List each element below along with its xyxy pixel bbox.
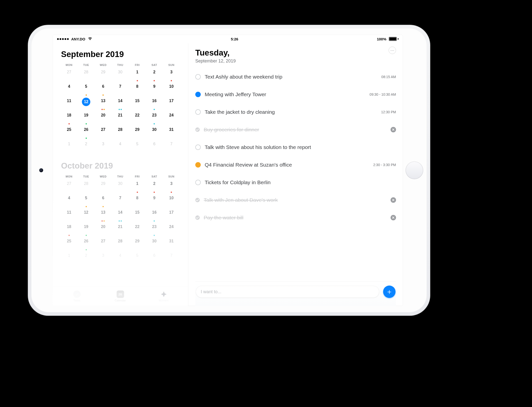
task-row[interactable]: Talk with Steve about his solution to th… xyxy=(195,139,396,156)
calendar-day[interactable]: 6 xyxy=(146,252,163,266)
calendar-day[interactable]: 23 xyxy=(146,112,163,126)
task-input[interactable]: I want to... xyxy=(196,286,379,298)
calendar-day[interactable]: 4 xyxy=(61,194,77,209)
calendar-day[interactable]: 7 xyxy=(163,140,179,155)
calendar-day[interactable]: 7 xyxy=(112,194,128,209)
calendar-day[interactable]: 16 xyxy=(146,209,163,223)
calendar-day[interactable]: 1 xyxy=(61,140,77,155)
task-row[interactable]: Talk with Jen about Dave's work✕ xyxy=(195,191,396,209)
calendar-day[interactable]: 30 xyxy=(112,180,128,194)
calendar-day[interactable]: 27 xyxy=(95,126,111,140)
calendar-day[interactable]: 11 xyxy=(61,97,77,112)
task-checked-icon[interactable] xyxy=(195,198,200,202)
calendar-day[interactable]: 28 xyxy=(78,68,94,83)
calendar-day[interactable]: 2 xyxy=(146,68,163,83)
calendar-day[interactable]: 29 xyxy=(129,126,145,140)
calendar-day[interactable]: 24 xyxy=(163,112,179,126)
calendar-day[interactable]: 3 xyxy=(163,68,179,83)
calendar-day[interactable]: 16 xyxy=(146,97,163,112)
calendar-day[interactable]: 5 xyxy=(78,83,94,97)
calendar-day[interactable]: 6 xyxy=(95,83,111,97)
task-row[interactable]: Meeting with Jeffery Tower09:30 - 10:30 … xyxy=(195,86,396,103)
calendar-day[interactable]: 19 xyxy=(78,223,94,237)
home-button[interactable] xyxy=(405,161,423,179)
calendar-day[interactable]: 8 xyxy=(129,194,145,209)
calendar-day[interactable]: 30 xyxy=(112,68,128,83)
delete-task-button[interactable]: ✕ xyxy=(391,215,396,220)
task-bullet-icon[interactable] xyxy=(195,145,201,150)
task-checked-icon[interactable] xyxy=(195,127,200,132)
calendar-day[interactable]: 28 xyxy=(78,180,94,194)
calendar-day[interactable]: 28 xyxy=(112,126,128,140)
calendar-day[interactable]: 14 xyxy=(112,209,128,223)
task-checked-icon[interactable] xyxy=(195,215,200,220)
calendar-day[interactable]: 8 xyxy=(129,83,145,97)
calendar-day[interactable]: 2 xyxy=(146,180,163,194)
calendar-day[interactable]: 27 xyxy=(95,237,111,252)
calendar-day[interactable]: 23 xyxy=(146,223,163,237)
nav-tasks[interactable]: Tasks xyxy=(62,291,92,302)
calendar-day[interactable]: 10 xyxy=(163,83,179,97)
task-row[interactable]: Buy groceries for dinner✕ xyxy=(195,121,396,139)
calendar-day[interactable]: 30 xyxy=(146,237,163,252)
task-bullet-icon[interactable] xyxy=(195,180,201,185)
calendar-day[interactable]: 18 xyxy=(61,223,77,237)
delete-task-button[interactable]: ✕ xyxy=(391,197,396,203)
task-row[interactable]: Q4 Financial Review at Suzan's office2:3… xyxy=(195,156,396,174)
calendar-day[interactable]: 3 xyxy=(95,140,111,155)
calendar-day[interactable]: 24 xyxy=(163,223,179,237)
calendar-day[interactable]: 7 xyxy=(112,83,128,97)
calendar-day[interactable]: 5 xyxy=(129,252,145,266)
calendar-day[interactable]: 3 xyxy=(95,252,111,266)
calendar-day[interactable]: 14 xyxy=(112,97,128,112)
calendar-day[interactable]: 22 xyxy=(129,223,145,237)
calendar-day[interactable]: 15 xyxy=(129,97,145,112)
calendar-day[interactable]: 5 xyxy=(129,140,145,155)
calendar-day[interactable]: 12 xyxy=(78,97,94,112)
delete-task-button[interactable]: ✕ xyxy=(391,127,396,132)
calendar-day[interactable]: 4 xyxy=(61,83,77,97)
calendar-day[interactable]: 25 xyxy=(61,126,77,140)
calendar-day[interactable]: 6 xyxy=(95,194,111,209)
calendar-day[interactable]: 15 xyxy=(129,209,145,223)
calendar-day[interactable]: 13 xyxy=(95,209,111,223)
calendar-day[interactable]: 4 xyxy=(112,252,128,266)
calendar-day[interactable]: 18 xyxy=(61,112,77,126)
task-row[interactable]: Text Ashly about the weekend trip08:15 A… xyxy=(195,68,396,86)
calendar-day[interactable]: 19 xyxy=(78,112,94,126)
calendar-day[interactable]: 6 xyxy=(146,140,163,155)
calendar-day[interactable]: 21 xyxy=(112,223,128,237)
nav-calendar[interactable]: 26 Calendar xyxy=(105,291,135,302)
calendar-day[interactable]: 29 xyxy=(129,237,145,252)
task-bullet-icon[interactable] xyxy=(195,162,201,168)
calendar-day[interactable]: 17 xyxy=(163,97,179,112)
calendar-day[interactable]: 29 xyxy=(95,180,111,194)
calendar-day[interactable]: 20 xyxy=(95,223,111,237)
calendar-day[interactable]: 12 xyxy=(78,209,94,223)
calendar-day[interactable]: 17 xyxy=(163,209,179,223)
nav-moment[interactable]: Moment xyxy=(149,291,179,302)
calendar-day[interactable]: 1 xyxy=(129,68,145,83)
calendar-day[interactable]: 31 xyxy=(163,126,179,140)
task-bullet-icon[interactable] xyxy=(195,74,201,80)
calendar-day[interactable]: 26 xyxy=(78,126,94,140)
calendar-day[interactable]: 1 xyxy=(61,252,77,266)
calendar-day[interactable]: 30 xyxy=(146,126,163,140)
task-row[interactable]: Pay the water bill✕ xyxy=(195,209,396,227)
calendar-day[interactable]: 31 xyxy=(163,237,179,252)
calendar-day[interactable]: 26 xyxy=(78,237,94,252)
calendar-day[interactable]: 29 xyxy=(95,68,111,83)
calendar-day[interactable]: 28 xyxy=(112,237,128,252)
calendar-day[interactable]: 7 xyxy=(163,252,179,266)
calendar-day[interactable]: 11 xyxy=(61,209,77,223)
calendar-day[interactable]: 22 xyxy=(129,112,145,126)
calendar-day[interactable]: 3 xyxy=(163,180,179,194)
calendar-day[interactable]: 9 xyxy=(146,83,163,97)
calendar-day[interactable]: 20 xyxy=(95,112,111,126)
calendar-day[interactable]: 2 xyxy=(78,140,94,155)
add-task-button[interactable]: ＋ xyxy=(383,286,396,298)
calendar-day[interactable]: 1 xyxy=(129,180,145,194)
task-bullet-icon[interactable] xyxy=(195,92,201,97)
calendar-day[interactable]: 5 xyxy=(78,194,94,209)
more-button[interactable]: ⋯ xyxy=(389,47,396,54)
